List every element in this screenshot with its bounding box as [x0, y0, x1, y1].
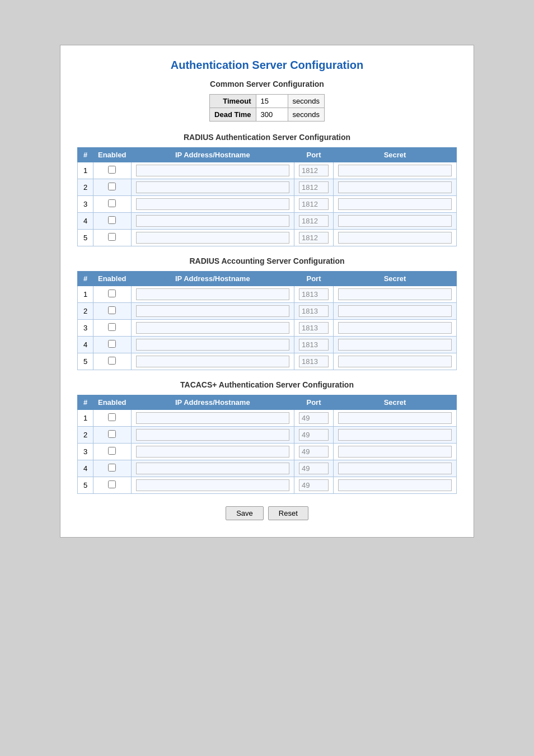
secret-input[interactable]	[338, 322, 452, 334]
deadtime-input[interactable]	[261, 110, 283, 119]
enabled-cell[interactable]	[93, 444, 132, 460]
ip-input[interactable]	[136, 305, 289, 317]
ip-input[interactable]	[136, 479, 289, 491]
enabled-checkbox[interactable]	[108, 340, 116, 348]
deadtime-value-cell[interactable]	[256, 108, 288, 122]
ip-cell[interactable]	[131, 337, 294, 353]
ip-input[interactable]	[136, 181, 289, 193]
secret-input[interactable]	[338, 215, 452, 227]
port-input[interactable]	[299, 356, 329, 367]
ip-input[interactable]	[136, 339, 289, 351]
enabled-checkbox[interactable]	[108, 306, 116, 314]
secret-cell[interactable]	[334, 196, 457, 213]
enabled-cell[interactable]	[93, 162, 132, 179]
secret-input[interactable]	[338, 463, 452, 474]
enabled-cell[interactable]	[93, 410, 132, 427]
port-cell[interactable]	[294, 410, 334, 427]
ip-input[interactable]	[136, 288, 289, 300]
enabled-cell[interactable]	[93, 337, 132, 353]
timeout-input[interactable]	[261, 97, 283, 105]
ip-cell[interactable]	[131, 410, 294, 427]
enabled-cell[interactable]	[93, 213, 132, 230]
ip-cell[interactable]	[131, 213, 294, 230]
port-input[interactable]	[299, 429, 329, 441]
ip-input[interactable]	[136, 198, 289, 210]
secret-cell[interactable]	[334, 337, 457, 353]
ip-cell[interactable]	[131, 460, 294, 477]
enabled-cell[interactable]	[93, 179, 132, 196]
port-input[interactable]	[299, 198, 329, 210]
enabled-checkbox[interactable]	[108, 447, 116, 455]
enabled-checkbox[interactable]	[108, 357, 116, 365]
enabled-checkbox[interactable]	[108, 480, 116, 488]
enabled-cell[interactable]	[93, 230, 132, 246]
secret-cell[interactable]	[334, 213, 457, 230]
enabled-checkbox[interactable]	[108, 323, 116, 331]
port-input[interactable]	[299, 339, 329, 351]
enabled-checkbox[interactable]	[108, 290, 116, 297]
port-cell[interactable]	[294, 303, 334, 320]
port-input[interactable]	[299, 479, 329, 491]
port-cell[interactable]	[294, 427, 334, 444]
secret-cell[interactable]	[334, 353, 457, 370]
port-cell[interactable]	[294, 444, 334, 460]
ip-cell[interactable]	[131, 353, 294, 370]
secret-cell[interactable]	[334, 286, 457, 303]
secret-input[interactable]	[338, 232, 452, 244]
ip-input[interactable]	[136, 165, 289, 176]
port-input[interactable]	[299, 215, 329, 227]
ip-input[interactable]	[136, 322, 289, 334]
ip-cell[interactable]	[131, 303, 294, 320]
secret-cell[interactable]	[334, 410, 457, 427]
timeout-value-cell[interactable]	[256, 95, 288, 108]
secret-input[interactable]	[338, 198, 452, 210]
ip-input[interactable]	[136, 232, 289, 244]
ip-input[interactable]	[136, 412, 289, 424]
secret-input[interactable]	[338, 412, 452, 424]
port-input[interactable]	[299, 322, 329, 334]
secret-cell[interactable]	[334, 303, 457, 320]
ip-cell[interactable]	[131, 444, 294, 460]
secret-input[interactable]	[338, 181, 452, 193]
port-input[interactable]	[299, 305, 329, 317]
secret-input[interactable]	[338, 429, 452, 441]
ip-cell[interactable]	[131, 427, 294, 444]
port-cell[interactable]	[294, 353, 334, 370]
secret-input[interactable]	[338, 165, 452, 176]
port-cell[interactable]	[294, 230, 334, 246]
ip-cell[interactable]	[131, 286, 294, 303]
enabled-cell[interactable]	[93, 286, 132, 303]
ip-input[interactable]	[136, 356, 289, 367]
port-input[interactable]	[299, 463, 329, 474]
secret-input[interactable]	[338, 305, 452, 317]
enabled-cell[interactable]	[93, 477, 132, 494]
ip-cell[interactable]	[131, 477, 294, 494]
port-cell[interactable]	[294, 286, 334, 303]
secret-cell[interactable]	[334, 444, 457, 460]
ip-cell[interactable]	[131, 162, 294, 179]
port-cell[interactable]	[294, 460, 334, 477]
secret-cell[interactable]	[334, 477, 457, 494]
enabled-checkbox[interactable]	[108, 413, 116, 421]
save-button[interactable]: Save	[226, 506, 264, 520]
ip-input[interactable]	[136, 429, 289, 441]
secret-cell[interactable]	[334, 427, 457, 444]
secret-cell[interactable]	[334, 179, 457, 196]
secret-input[interactable]	[338, 339, 452, 351]
port-input[interactable]	[299, 181, 329, 193]
secret-cell[interactable]	[334, 460, 457, 477]
port-input[interactable]	[299, 232, 329, 244]
port-input[interactable]	[299, 288, 329, 300]
port-input[interactable]	[299, 446, 329, 458]
ip-input[interactable]	[136, 215, 289, 227]
enabled-cell[interactable]	[93, 196, 132, 213]
ip-cell[interactable]	[131, 230, 294, 246]
port-input[interactable]	[299, 412, 329, 424]
enabled-checkbox[interactable]	[108, 464, 116, 472]
secret-cell[interactable]	[334, 320, 457, 337]
secret-input[interactable]	[338, 479, 452, 491]
ip-input[interactable]	[136, 463, 289, 474]
port-cell[interactable]	[294, 320, 334, 337]
secret-input[interactable]	[338, 288, 452, 300]
port-cell[interactable]	[294, 162, 334, 179]
